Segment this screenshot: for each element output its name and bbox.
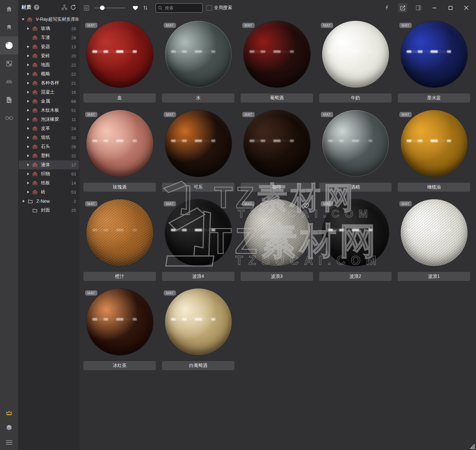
tree-item[interactable]: 塑料 32 <box>19 151 79 160</box>
material-thumbnail[interactable]: MAT <box>398 110 470 183</box>
sidebar-item-furniture[interactable] <box>0 18 18 36</box>
tree-item[interactable]: 砖 53 <box>19 188 79 197</box>
expand-arrow-icon[interactable] <box>27 64 29 66</box>
sidebar-item-assets[interactable] <box>0 420 18 435</box>
material-card[interactable]: MAT 玫瑰酒 <box>83 108 156 192</box>
expand-arrow-icon[interactable] <box>27 127 29 130</box>
expand-arrow-icon[interactable] <box>23 200 25 202</box>
tree-item[interactable]: 玻璃 28 <box>19 24 79 33</box>
material-name[interactable]: 墨水蓝 <box>398 93 470 103</box>
tree-item[interactable]: 瓷砖 20 <box>19 51 79 60</box>
material-card[interactable]: MAT 波浪3 <box>241 197 313 281</box>
minimize-button[interactable] <box>430 3 439 12</box>
material-card[interactable]: MAT 冰红茶 <box>83 286 156 370</box>
material-name[interactable]: 咖啡 <box>241 183 313 192</box>
expand-arrow-icon[interactable] <box>27 173 29 175</box>
pin-button[interactable] <box>382 3 391 12</box>
tree-item[interactable]: Z-New 2 <box>19 197 79 206</box>
material-thumbnail[interactable]: MAT <box>241 110 313 183</box>
tree-item[interactable]: 金属 68 <box>19 97 79 106</box>
material-card[interactable]: MAT 可乐 <box>162 108 234 192</box>
material-thumbnail[interactable]: MAT <box>162 110 234 183</box>
tree-item[interactable]: 瓷器 13 <box>19 42 79 51</box>
material-name[interactable]: 冰红茶 <box>83 361 156 370</box>
material-card[interactable]: MAT 波浪2 <box>319 197 392 281</box>
sidebar-item-materials[interactable] <box>0 36 18 55</box>
material-card[interactable]: MAT 橄榄油 <box>398 108 470 192</box>
search-input[interactable] <box>164 5 195 11</box>
sort-button[interactable] <box>143 5 148 11</box>
sidebar-item-textures[interactable] <box>0 73 18 91</box>
material-thumbnail[interactable]: MAT <box>162 288 234 361</box>
material-thumbnail[interactable]: MAT <box>83 288 156 361</box>
material-thumbnail[interactable]: MAT <box>241 199 313 272</box>
material-thumbnail[interactable]: MAT <box>83 21 156 93</box>
tree-item[interactable]: 木纹木板 51 <box>19 106 79 115</box>
expand-arrow-icon[interactable] <box>27 100 29 103</box>
material-card[interactable]: MAT 橙汁 <box>83 197 156 281</box>
favorite-heart-icon[interactable] <box>303 203 309 210</box>
expand-arrow-icon[interactable] <box>27 91 29 93</box>
expand-arrow-icon[interactable] <box>27 45 29 48</box>
material-name[interactable]: 可乐 <box>162 183 234 192</box>
expand-arrow-icon[interactable] <box>27 145 29 148</box>
material-thumbnail[interactable]: MAT <box>319 110 392 183</box>
material-card[interactable]: MAT 酒精 <box>319 108 392 192</box>
material-thumbnail[interactable]: MAT <box>162 199 234 272</box>
expand-arrow-icon[interactable] <box>27 191 29 193</box>
material-name[interactable]: 波浪4 <box>162 272 234 281</box>
close-button[interactable] <box>462 3 471 12</box>
tree-item[interactable]: 各种各样 21 <box>19 79 79 88</box>
expand-arrow-icon[interactable] <box>27 82 29 84</box>
tree-item[interactable]: 石头 26 <box>19 142 79 151</box>
window-resize-grip[interactable] <box>470 444 475 449</box>
material-card[interactable]: MAT 葡萄酒 <box>241 18 313 103</box>
material-name[interactable]: 玫瑰酒 <box>83 183 156 192</box>
material-thumbnail[interactable]: MAT <box>398 199 470 272</box>
material-name[interactable]: 葡萄酒 <box>241 93 313 103</box>
sidebar-item-pro[interactable] <box>0 405 18 420</box>
material-card[interactable]: MAT 血 <box>83 18 156 103</box>
hierarchy-view-icon[interactable] <box>61 4 68 10</box>
expand-arrow-icon[interactable] <box>27 55 29 57</box>
search-box[interactable] <box>156 3 203 13</box>
material-name[interactable]: 白葡萄酒 <box>162 361 234 370</box>
material-thumbnail[interactable]: MAT <box>162 21 234 93</box>
material-name[interactable]: 橄榄油 <box>398 183 470 192</box>
sidebar-item-images[interactable] <box>0 55 18 73</box>
expand-arrow-icon[interactable] <box>27 136 29 139</box>
tree-item[interactable]: 液体 17 <box>19 160 79 169</box>
material-card[interactable]: MAT 波浪1 <box>398 197 470 281</box>
tree-item[interactable]: V-Ray超写实材质库BM <box>19 15 79 24</box>
expand-arrow-icon[interactable] <box>27 73 29 75</box>
material-name[interactable]: 酒精 <box>319 183 392 192</box>
material-card[interactable]: MAT 白葡萄酒 <box>162 286 234 370</box>
material-name[interactable]: 水 <box>162 93 234 103</box>
material-thumbnail[interactable]: MAT <box>398 21 470 93</box>
tree-item[interactable]: 概略 22 <box>19 69 79 79</box>
tree-item[interactable]: 织物 63 <box>19 169 79 178</box>
material-card[interactable]: MAT 咖啡 <box>241 108 313 192</box>
material-thumbnail[interactable]: MAT <box>83 199 156 272</box>
expand-arrow-icon[interactable] <box>27 109 29 112</box>
thumbnail-view-button[interactable] <box>83 5 90 11</box>
refresh-icon[interactable] <box>70 4 76 10</box>
thumbnail-size-slider[interactable] <box>94 6 125 10</box>
material-thumbnail[interactable]: MAT <box>319 21 392 93</box>
sidebar-item-unlimited[interactable] <box>0 109 18 127</box>
sidebar-item-menu[interactable] <box>0 435 18 450</box>
material-name[interactable]: 橙汁 <box>83 272 156 281</box>
material-name[interactable]: 牛奶 <box>319 93 392 103</box>
maximize-button[interactable] <box>446 3 455 12</box>
material-name[interactable]: 波浪1 <box>398 272 470 281</box>
tree-item[interactable]: 泡沫橡胶 11 <box>19 115 79 124</box>
expand-arrow-icon[interactable] <box>27 164 29 166</box>
material-thumbnail[interactable]: MAT <box>319 199 392 272</box>
material-card[interactable]: MAT 牛奶 <box>319 18 392 103</box>
tree-item[interactable]: 皮革 24 <box>19 124 79 133</box>
tree-item[interactable]: 墙纸 32 <box>19 133 79 142</box>
expand-arrow-icon[interactable] <box>22 18 24 20</box>
sidebar-item-scripts[interactable] <box>0 91 18 109</box>
material-name[interactable]: 血 <box>83 93 156 103</box>
slider-knob[interactable] <box>100 6 105 10</box>
